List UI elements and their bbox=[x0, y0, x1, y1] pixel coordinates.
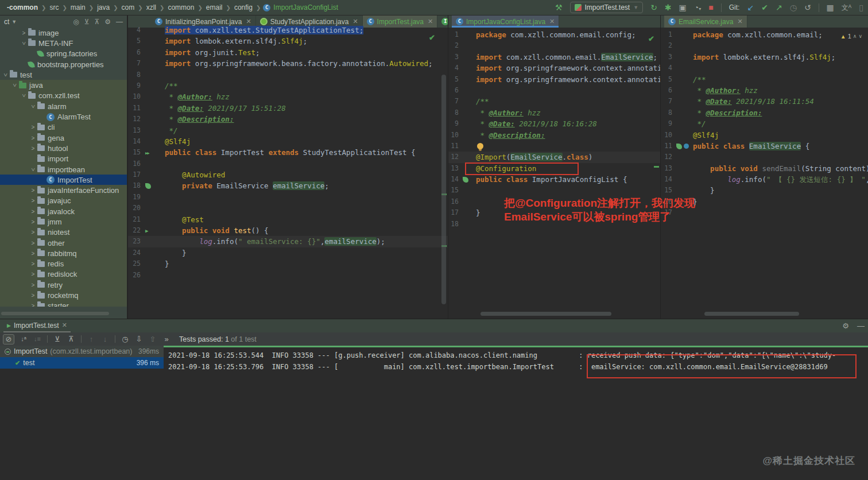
expander-icon[interactable]: > bbox=[2, 72, 9, 78]
git-commit-button[interactable]: ✔ bbox=[761, 3, 768, 11]
code-line[interactable]: 8 * @Description: bbox=[661, 107, 868, 118]
hide-panel-icon[interactable]: — bbox=[116, 18, 123, 26]
settings-gear-icon[interactable]: ⚙ bbox=[104, 18, 111, 26]
export-results-icon[interactable]: ⇧ bbox=[146, 335, 160, 343]
close-icon[interactable]: ✕ bbox=[549, 18, 555, 25]
code-line[interactable]: 13 */ bbox=[128, 125, 448, 136]
expand-all-icon[interactable]: ⊻ bbox=[51, 335, 64, 343]
code-editor[interactable]: 1package com.xzll.common.email;23import … bbox=[661, 28, 868, 219]
code-editor[interactable]: 4import com.xzll.test.StudyTestApplicati… bbox=[128, 25, 448, 281]
editor-hscrollbar[interactable] bbox=[704, 312, 799, 316]
code-line[interactable]: 11public class EmailService { bbox=[661, 141, 868, 152]
code-line[interactable]: 4import org.springframework.context.anno… bbox=[448, 63, 660, 73]
tree-item-starter[interactable]: >starter bbox=[0, 301, 127, 307]
code-line[interactable]: 14public class ImportJavaConfigList { bbox=[448, 174, 660, 185]
expander-icon[interactable]: > bbox=[30, 198, 36, 204]
test-history-icon[interactable]: ◷ bbox=[118, 335, 132, 343]
settings-gear-icon[interactable]: ⚙ bbox=[842, 322, 849, 330]
run-tab[interactable]: ▶ ImportTest.test ✕ bbox=[3, 319, 71, 332]
edge-panel-icon[interactable]: ▯ bbox=[859, 3, 863, 11]
previous-failed-icon[interactable]: ↑ bbox=[84, 335, 98, 343]
code-line[interactable]: 9 */ bbox=[661, 118, 868, 129]
code-line[interactable]: 2 bbox=[448, 40, 660, 51]
code-line[interactable]: 24 } bbox=[128, 247, 448, 258]
code-line[interactable]: 17 @Autowired bbox=[128, 169, 448, 180]
tree-item-AlarmTest[interactable]: CAlarmTest bbox=[0, 111, 127, 122]
code-line[interactable]: 3import lombok.extern.slf4j.Slf4j; bbox=[661, 52, 868, 63]
tree-item-hutool[interactable]: >hutool bbox=[0, 143, 127, 153]
expander-icon[interactable]: > bbox=[21, 92, 27, 99]
code-line[interactable]: 5import lombok.extern.slf4j.Slf4j; bbox=[128, 36, 448, 47]
expander-icon[interactable]: > bbox=[11, 82, 18, 88]
tree-item-bootstrap.properties[interactable]: bootstrap.properties bbox=[0, 59, 127, 69]
breadcrumb-item[interactable]: config bbox=[232, 3, 255, 11]
code-line[interactable]: 7/** bbox=[448, 96, 660, 107]
git-history-button[interactable]: ◷ bbox=[790, 3, 797, 11]
code-line[interactable]: 16} bbox=[661, 196, 868, 207]
expander-icon[interactable]: > bbox=[30, 135, 36, 141]
code-line[interactable]: 17} bbox=[448, 207, 660, 218]
expander-icon[interactable]: > bbox=[30, 124, 36, 130]
run-button[interactable]: ↻ bbox=[650, 3, 657, 11]
tree-item-image[interactable]: >image bbox=[0, 28, 127, 38]
tree-item-javaInterfaceFunction[interactable]: >javaInterfaceFunction bbox=[0, 185, 127, 195]
run-class-icon[interactable] bbox=[145, 146, 149, 159]
tree-item-META-INF[interactable]: >META-INF bbox=[0, 38, 127, 48]
bean2-icon[interactable] bbox=[684, 144, 689, 149]
code-line[interactable]: 6 bbox=[448, 85, 660, 96]
tree-item-ImportTest[interactable]: CImportTest bbox=[0, 175, 127, 185]
expander-icon[interactable]: > bbox=[30, 282, 36, 288]
code-line[interactable]: 14@Slf4j bbox=[128, 136, 448, 147]
code-line[interactable]: 8 * @Author: hzz bbox=[448, 107, 660, 118]
import-results-icon[interactable]: ⇩ bbox=[132, 335, 146, 343]
test-console[interactable]: 2021-09-18 16:25:53.544 INFO 33358 --- [… bbox=[164, 346, 868, 480]
inspections-ok-icon[interactable]: ✔ bbox=[429, 33, 435, 42]
code-line[interactable]: 18 bbox=[448, 219, 660, 230]
breadcrumb-item[interactable]: email bbox=[204, 3, 225, 11]
code-line[interactable]: 4import com.xzll.test.StudyTestApplicati… bbox=[128, 25, 448, 36]
inspections-warning-widget[interactable]: ▲ 1 ∧ ∨ bbox=[840, 33, 862, 40]
tree-item-alarm[interactable]: >alarm bbox=[0, 101, 127, 111]
expander-icon[interactable]: > bbox=[30, 303, 36, 307]
breadcrumb-item[interactable]: common bbox=[165, 3, 196, 11]
next-warning-icon[interactable]: ∨ bbox=[858, 33, 862, 39]
code-line[interactable]: 15 bbox=[448, 185, 660, 196]
run-configuration-select[interactable]: ImportTest.test ▼ bbox=[570, 2, 644, 13]
prev-warning-icon[interactable]: ∧ bbox=[853, 33, 857, 39]
hide-passed-icon[interactable]: ⊘ bbox=[3, 334, 14, 344]
code-line[interactable]: 9/** bbox=[128, 80, 448, 91]
code-line[interactable]: 23 log.info(" emailService: {}",emailSer… bbox=[128, 236, 448, 247]
rollback-button[interactable]: ↺ bbox=[804, 3, 811, 11]
expander-icon[interactable]: > bbox=[30, 167, 36, 173]
expander-icon[interactable]: > bbox=[30, 250, 36, 257]
code-line[interactable]: 18 private EmailService emailService; bbox=[128, 180, 448, 191]
stop-button[interactable]: ■ bbox=[708, 3, 713, 11]
tree-item-jmm[interactable]: >jmm bbox=[0, 216, 127, 227]
code-line[interactable]: 20 bbox=[128, 203, 448, 214]
editor-hscrollbar[interactable] bbox=[480, 312, 611, 316]
code-line[interactable]: 12 * @Description: bbox=[128, 114, 448, 125]
tree-item-cli[interactable]: >cli bbox=[0, 122, 127, 133]
project-panel-header[interactable]: ct ▼ ◎ ⊻ ⊼ ⚙ — bbox=[0, 16, 127, 28]
profiler-button[interactable]: ◔▾ bbox=[694, 3, 701, 11]
code-line[interactable]: 16 bbox=[128, 158, 448, 169]
code-line[interactable]: 19 bbox=[128, 192, 448, 203]
inspections-ok-icon[interactable]: ✔ bbox=[648, 34, 654, 43]
code-line[interactable]: 25} bbox=[128, 258, 448, 269]
debug-button[interactable]: ✱ bbox=[665, 3, 672, 11]
code-line[interactable]: 17 bbox=[661, 207, 868, 218]
tree-item-import[interactable]: import bbox=[0, 154, 127, 164]
test-suite-row[interactable]: ImportTest (com.xzll.test.importbean) 39… bbox=[0, 346, 164, 357]
close-icon[interactable]: ✕ bbox=[737, 18, 742, 25]
code-line[interactable]: 6import org.junit.Test; bbox=[128, 47, 448, 58]
sort-by-duration-icon[interactable]: ↓≡ bbox=[30, 336, 44, 342]
code-editor[interactable]: 1package com.xzll.common.email.config;23… bbox=[448, 28, 660, 230]
code-line[interactable]: 12 bbox=[661, 152, 868, 162]
expander-icon[interactable]: > bbox=[30, 145, 36, 152]
expander-icon[interactable]: > bbox=[30, 261, 36, 267]
collapse-all-icon[interactable]: ⊼ bbox=[94, 18, 99, 26]
tree-item-javalock[interactable]: >javalock bbox=[0, 206, 127, 216]
tree-item-redislock[interactable]: >redislock bbox=[0, 269, 127, 280]
breadcrumb-item[interactable]: main bbox=[68, 3, 88, 11]
tree-item-spring.factories[interactable]: spring.factories bbox=[0, 49, 127, 59]
